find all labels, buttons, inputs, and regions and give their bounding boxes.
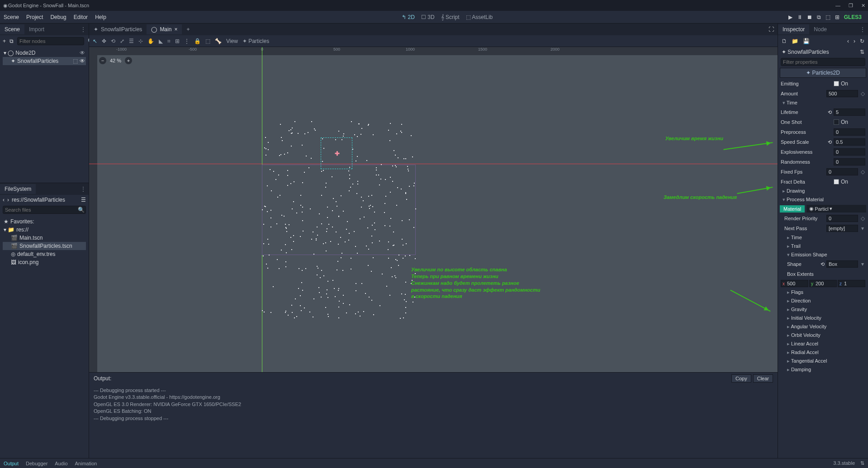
view-menu[interactable]: View [226,38,238,44]
subgroup[interactable]: Tangential Accel [778,357,868,365]
move-tool-icon[interactable]: ✥ [102,38,106,44]
tree-node-child[interactable]: ✦SnowfallParticles ⬚ 👁 [3,57,86,65]
particles-menu[interactable]: ✦ Particles [242,38,269,44]
box-y-input[interactable] [815,280,836,287]
zoom-out-button[interactable]: − [99,57,106,64]
tab-filesystem[interactable]: FileSystem [0,184,36,194]
status-icon[interactable]: ⇅ [860,460,864,466]
fs-favorites[interactable]: ★ Favorites: [3,217,86,226]
close-tab-icon[interactable]: × [174,26,177,33]
subgroup[interactable]: Trail [778,242,868,251]
prop-randomness-input[interactable]: 0 [834,158,865,165]
subgroup[interactable]: Angular Velocity [778,322,868,331]
new-tab-button[interactable]: + [182,24,194,34]
list-tool-icon[interactable]: ☰ [129,38,134,44]
prop-lifetime-input[interactable]: 5 [834,109,865,116]
workspace-assetlib[interactable]: ⬚ AssetLib [466,14,493,20]
history-back-icon[interactable]: ‹ [847,38,849,44]
fs-fwd-button[interactable]: › [7,197,9,203]
clear-button[interactable]: Clear [753,374,773,383]
zoom-in-button[interactable]: + [125,57,132,64]
prop-speedscale-input[interactable]: 0.5 [834,138,865,146]
prop-preprocess-input[interactable]: 0 [834,128,865,136]
prop-material-value[interactable]: ◉ Particl ▾ [806,205,866,213]
rotate-tool-icon[interactable]: ⟲ [111,38,115,44]
prop-nextpass-input[interactable]: [empty] [826,225,858,232]
subgroup[interactable]: Damping [778,365,868,374]
revert-icon[interactable]: ⟲ [828,109,832,115]
subgroup[interactable]: Initial Velocity [778,314,868,322]
tab-node[interactable]: Node [809,24,831,34]
canvas-viewport[interactable]: -1000 -500 0 500 1000 1500 2000 − 42 % +… [89,47,778,372]
prop-explosiveness-input[interactable]: 0 [834,148,865,156]
bottom-tab[interactable]: Animation [75,461,97,466]
pan-tool-icon[interactable]: ✋ [147,38,154,44]
fs-back-button[interactable]: ‹ [3,197,5,203]
bottom-tab[interactable]: Audio [55,461,67,466]
fs-file[interactable]: ◎ default_env.tres [3,250,86,258]
history-icon[interactable]: ↻ [860,38,864,44]
distraction-free-icon[interactable]: ⛶ [768,26,778,33]
fs-file[interactable]: 🖼 icon.png [3,258,86,266]
inspector-breadcrumb[interactable]: ✦ SnowfallParticles ⇅ [778,47,868,57]
spinner-icon[interactable]: ◇ [860,215,865,222]
workspace-2d[interactable]: ↰ 2D [402,14,415,20]
group-emission-shape[interactable]: Emission Shape [778,251,868,259]
output-log[interactable]: --- Debugging process started --- Godot … [89,384,778,458]
group-drawing[interactable]: Drawing [778,187,868,195]
ruler2-tool-icon[interactable]: ◣ [159,38,163,44]
prop-amount-input[interactable]: 500 [826,90,858,97]
fs-split-icon[interactable]: ☰ [81,197,86,203]
tab-scene[interactable]: Scene [0,24,24,34]
maximize-button[interactable]: ❐ [849,3,853,9]
play-custom-button[interactable]: ⬚ [825,14,830,20]
box-x-input[interactable] [786,280,808,287]
subgroup[interactable]: Time [778,233,868,242]
grid-tool-icon[interactable]: ⊞ [175,38,180,44]
revert-icon[interactable]: ⟲ [828,139,832,145]
spinner-icon[interactable]: ◇ [860,169,865,175]
minimize-button[interactable]: — [835,3,840,9]
tab-import[interactable]: Import [24,24,49,34]
prop-emitting-checkbox[interactable]: On [834,80,865,87]
history-fwd-icon[interactable]: › [854,38,855,44]
movie-button[interactable]: ⊞ [835,14,840,20]
lock-icon[interactable]: 🔒 [194,38,201,44]
scene-tab[interactable]: ◯ Main × [147,24,182,34]
filter-properties-input[interactable] [781,58,865,66]
load-resource-icon[interactable]: 📁 [792,38,798,44]
visibility-icon[interactable]: 👁 [80,50,85,56]
visibility-icon[interactable]: 👁 [80,58,85,64]
prop-fixedfps-input[interactable]: 0 [826,168,858,175]
prop-oneshot-checkbox[interactable]: On [834,119,865,125]
dock-options-icon[interactable]: ⋮ [860,26,868,33]
pause-button[interactable]: ⏸ [797,14,802,20]
bottom-tab[interactable]: Debugger [26,461,47,466]
dropdown-icon[interactable]: ▾ [860,261,865,267]
subgroup[interactable]: Direction [778,297,868,305]
fs-file[interactable]: 🎬 Main.tscn [3,234,86,242]
subgroup[interactable]: Radial Accel [778,348,868,357]
collapse-icon[interactable]: ⇅ [860,49,864,55]
box-z-input[interactable] [843,280,865,287]
play-button[interactable]: ▶ [788,14,792,20]
menu-project[interactable]: Project [26,14,43,20]
fs-root[interactable]: ▾ 📁 res:// [3,226,86,234]
renderer-selector[interactable]: GLES3 [844,14,864,20]
menu-help[interactable]: Help [95,14,106,20]
fs-options-icon[interactable]: ⋮ [81,186,89,192]
workspace-3d[interactable]: ☐ 3D [421,14,435,20]
copy-button[interactable]: Copy [731,374,751,383]
group-process-material[interactable]: Process Material [778,195,868,204]
ruler-tool-icon[interactable]: ⊹ [138,38,143,44]
save-resource-icon[interactable]: 💾 [803,38,810,44]
instance-button[interactable]: ⧉ [9,38,14,44]
subgroup[interactable]: Gravity [778,305,868,314]
subgroup[interactable]: Orbit Velocity [778,331,868,340]
tab-inspector[interactable]: Inspector [778,24,809,34]
bone-icon[interactable]: 🦴 [215,38,222,44]
filter-nodes-input[interactable] [17,37,84,45]
spinner-icon[interactable]: ◇ [860,90,865,97]
subgroup[interactable]: Flags [778,288,868,297]
play-scene-button[interactable]: ⧉ [817,14,821,20]
